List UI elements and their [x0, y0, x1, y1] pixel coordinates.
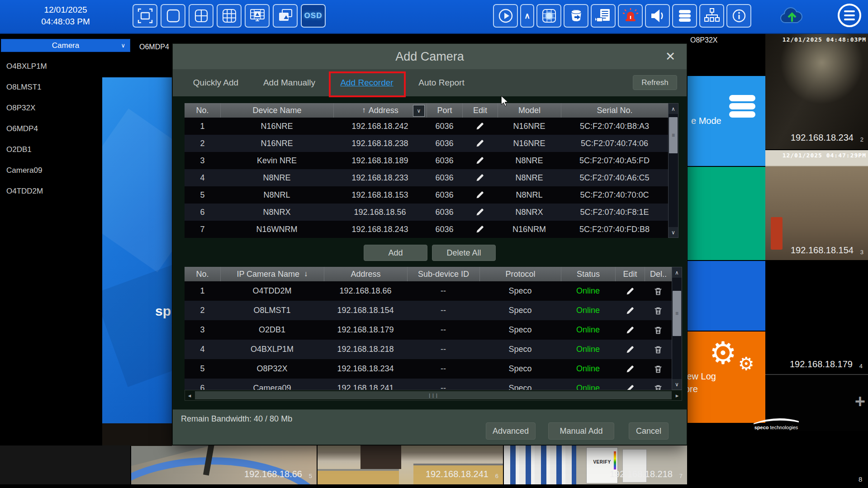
nine-view-button[interactable]: [217, 4, 242, 28]
manual-add-button[interactable]: Manual Add: [548, 422, 614, 440]
dialog-tab[interactable]: Add Recorder: [340, 78, 394, 88]
quad-view-button[interactable]: [189, 4, 213, 28]
recorder-row[interactable]: 4 N8NRE 192.168.18.233 6036 N8NRE 5C:F2:…: [185, 169, 678, 186]
camera-tile-179[interactable]: 192.168.18.179 4: [765, 261, 868, 374]
camera-tile-234[interactable]: 12/01/2025 04:48:03PM 192.168.18.234 2: [765, 34, 868, 149]
scrollbar-thumb[interactable]: ≡: [673, 291, 681, 336]
delete-button[interactable]: [645, 364, 672, 374]
scroll-down-icon[interactable]: ∨: [672, 379, 682, 389]
delete-button[interactable]: [645, 306, 672, 316]
col-ip-camera-name[interactable]: IP Camera Name ↓: [220, 267, 324, 281]
recorder-row[interactable]: 5 N8NRL 192.168.18.153 6036 N8NRL 5C:F2:…: [185, 186, 678, 204]
dialog-tab[interactable]: Add Manually: [262, 78, 317, 88]
scroll-left-icon[interactable]: ◂: [185, 390, 194, 400]
cancel-button[interactable]: Cancel: [629, 422, 669, 440]
camera-tile-154[interactable]: 12/01/2025 04:47:29PM 192.168.18.154 3: [765, 150, 868, 260]
scrollbar-thumb[interactable]: ≡: [669, 117, 678, 153]
edit-button[interactable]: [462, 190, 498, 200]
col-address[interactable]: Address: [324, 267, 407, 281]
sort-down-icon[interactable]: ↓: [304, 270, 308, 279]
storage-button[interactable]: [672, 4, 697, 28]
col-serial[interactable]: Serial No.: [561, 103, 668, 118]
col-address[interactable]: ↑ Address ∨: [333, 103, 427, 118]
delete-all-button[interactable]: Delete All: [432, 245, 496, 261]
info-button[interactable]: [726, 4, 751, 28]
ip-camera-row[interactable]: 3 O2DB1 192.168.18.179 -- Speco Online: [185, 320, 682, 340]
recorder-row[interactable]: 1 N16NRE 192.168.18.242 6036 N16NRE 5C:F…: [185, 118, 678, 135]
storage-mode-tile[interactable]: e Mode: [688, 76, 765, 166]
cloud-upgrade-button[interactable]: [779, 5, 805, 28]
scroll-right-icon[interactable]: ▸: [673, 390, 682, 400]
recorder-row[interactable]: 7 N16WNRM 192.168.18.243 6036 N16NRM 5C:…: [185, 221, 678, 238]
playback-expand-button[interactable]: ∧: [520, 4, 534, 28]
blue-menu-tile[interactable]: [688, 261, 765, 331]
network-button[interactable]: [699, 4, 724, 28]
audio-talk-button[interactable]: [645, 4, 670, 28]
scroll-up-icon[interactable]: ∧: [672, 267, 682, 278]
camera-tile-speco-blue[interactable]: sp: [102, 77, 172, 423]
add-channel-icon[interactable]: +: [855, 391, 865, 412]
col-status[interactable]: Status: [561, 267, 615, 281]
edit-button[interactable]: [462, 121, 498, 131]
view-log-tile[interactable]: ⚙ ⚙ iew Log ore: [688, 332, 765, 423]
edit-button[interactable]: [615, 306, 645, 316]
camera-dropdown[interactable]: Camera ∨: [1, 39, 130, 52]
ip-camera-scrollbar[interactable]: ∧ ≡ ∨: [672, 267, 682, 390]
col-protocol[interactable]: Protocol: [479, 267, 561, 281]
ip-camera-row[interactable]: 2 O8LMST1 192.168.18.154 -- Speco Online: [185, 301, 682, 320]
main-menu-button[interactable]: [838, 4, 861, 27]
edit-button[interactable]: [615, 345, 645, 355]
refresh-button[interactable]: Refresh: [633, 75, 677, 90]
fullscreen-button[interactable]: [133, 4, 157, 28]
recorder-row[interactable]: 6 N8NRX 192.168.18.56 6036 N8NRX 5C:F2:0…: [185, 204, 678, 221]
ip-camera-row[interactable]: 6 Camera09 192.168.18.241 -- Speco Onlin…: [185, 379, 682, 390]
custom-layout-button[interactable]: [245, 4, 270, 28]
delete-button[interactable]: [645, 286, 672, 296]
osd-button[interactable]: OSD: [301, 4, 326, 28]
single-view-button[interactable]: [161, 4, 185, 28]
backup-button[interactable]: [564, 4, 588, 28]
col-no[interactable]: No.: [185, 103, 220, 118]
camera-tile-66[interactable]: 192.168.18.66 5: [130, 445, 317, 485]
col-edit[interactable]: Edit: [615, 267, 645, 281]
alarm-button[interactable]: [618, 4, 643, 28]
close-button[interactable]: ✕: [662, 48, 678, 65]
camera-tile-dark[interactable]: [0, 445, 130, 485]
playback-button[interactable]: [493, 4, 518, 28]
col-sub-device-id[interactable]: Sub-device ID: [407, 267, 479, 281]
recorder-scrollbar[interactable]: ∧ ≡ ∨: [668, 103, 678, 238]
sort-up-icon[interactable]: ↑: [362, 106, 366, 115]
delete-button[interactable]: [645, 384, 672, 390]
sidebar-camera-item[interactable]: O4BXLP1M: [0, 56, 131, 77]
col-port[interactable]: Port: [427, 103, 462, 118]
edit-button[interactable]: [615, 286, 645, 296]
col-device-name[interactable]: Device Name: [220, 103, 333, 118]
edit-button[interactable]: [615, 384, 645, 390]
edit-button[interactable]: [462, 207, 498, 217]
scroll-up-icon[interactable]: ∧: [669, 104, 678, 114]
col-no[interactable]: No.: [185, 267, 220, 281]
ip-camera-row[interactable]: 4 O4BXLP1M 192.168.18.218 -- Speco Onlin…: [185, 340, 682, 359]
recorder-row[interactable]: 3 Kevin NRE 192.168.18.189 6036 N8NRE 5C…: [185, 152, 678, 169]
green-menu-tile[interactable]: [688, 167, 765, 260]
dialog-tab[interactable]: Auto Report: [417, 78, 465, 88]
ip-camera-row[interactable]: 1 O4TDD2M 192.168.18.66 -- Speco Online: [185, 281, 682, 301]
col-edit[interactable]: Edit: [462, 103, 498, 118]
edit-button[interactable]: [462, 173, 498, 183]
camera-tile-218[interactable]: VERIFY 192.168.18.218 7: [504, 445, 687, 485]
delete-button[interactable]: [645, 345, 672, 355]
camera-tile-241[interactable]: 192.168.18.241 6: [318, 445, 503, 485]
edit-button[interactable]: [615, 325, 645, 335]
edit-button[interactable]: [462, 224, 498, 234]
sequence-view-button[interactable]: [273, 4, 298, 28]
edit-button[interactable]: [462, 138, 498, 148]
add-button[interactable]: Add: [364, 245, 427, 261]
ip-camera-row[interactable]: 5 O8P32X 192.168.18.234 -- Speco Online: [185, 359, 682, 379]
recorder-row[interactable]: 2 N16NRE 192.168.18.238 6036 N16NRE 5C:F…: [185, 135, 678, 152]
scroll-down-icon[interactable]: ∨: [669, 227, 678, 237]
edit-button[interactable]: [462, 156, 498, 166]
col-delete[interactable]: Del..: [645, 267, 672, 281]
dialog-tab[interactable]: Quickly Add: [192, 78, 239, 88]
address-filter-dropdown[interactable]: ∨: [413, 105, 425, 117]
camera-log-button[interactable]: [591, 4, 616, 28]
